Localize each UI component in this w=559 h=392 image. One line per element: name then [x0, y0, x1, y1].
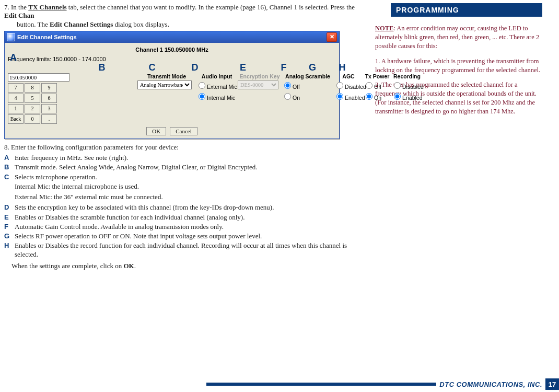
section-header: PROGRAMMING	[391, 3, 542, 17]
item-letter: F	[4, 223, 15, 231]
item-G: Selects RF power operation to OFF or ON.…	[15, 232, 365, 240]
audio-external-radio[interactable]: External Mic	[196, 84, 237, 90]
keypad-9[interactable]: 9	[41, 83, 57, 93]
item-E: Enables or Disables the scramble functio…	[15, 213, 365, 222]
overlay-letter-E: E	[217, 62, 269, 73]
item-C-sub2: External Mic: the 36" external mic must …	[15, 193, 365, 201]
col-tx-power: Tx Power	[363, 73, 391, 80]
keypad-2[interactable]: 2	[25, 104, 40, 113]
txpower-off-radio[interactable]: Off	[363, 84, 381, 90]
col-agc: AGC	[334, 73, 363, 80]
agc-enabled-radio[interactable]: Enabled	[334, 95, 365, 101]
item-letter: H	[4, 241, 15, 259]
keypad-4[interactable]: 4	[8, 94, 24, 103]
ok-button[interactable]: OK	[146, 127, 166, 135]
frequency-keypad: 789456123Back0.	[8, 83, 69, 124]
overlay-letter-H: H	[327, 62, 358, 73]
transmit-mode-select[interactable]: Analog Narrowband	[137, 80, 192, 89]
tx-channels-tab-label: TX Channels	[28, 3, 66, 11]
channel-header-line: Channel 1 150.050000 MHz	[8, 47, 336, 53]
item-letter: E	[4, 213, 15, 222]
overlay-letter-B: B	[73, 62, 131, 73]
overlay-letter-G: G	[298, 62, 327, 73]
page-number: 17	[545, 378, 559, 390]
cancel-button[interactable]: Cancel	[170, 127, 197, 135]
page-footer: DTC COMMUNICATIONS, INC. 17	[0, 378, 559, 390]
note-block: NOTE: An error condition may occur, caus…	[375, 24, 542, 116]
item-D: Sets the encryption key to be associated…	[15, 203, 365, 212]
scramble-on-radio[interactable]: On	[282, 95, 300, 101]
note-cause-1: 1. A hardware failure, which is preventi…	[375, 57, 542, 75]
dialog-title: Edit Channel Settings	[17, 34, 77, 40]
item-B: Transmit mode. Select Analog Wide, Analo…	[15, 163, 365, 171]
keypad-7[interactable]: 7	[8, 83, 24, 93]
item-letter: C	[4, 173, 15, 181]
close-icon[interactable]: ✕	[327, 32, 337, 42]
item-letter: A	[4, 154, 15, 162]
step-7: 7. In the TX Channels tab, select the ch…	[4, 3, 365, 29]
overlay-letter-F: F	[269, 62, 298, 73]
item-H: Enables or Disables the record function …	[15, 241, 365, 259]
frequency-input[interactable]	[8, 73, 69, 82]
edit-chan-button-label: Edit Chan	[4, 11, 34, 19]
keypad-3[interactable]: 3	[41, 104, 57, 113]
recording-enabled-radio[interactable]: Enabled	[391, 95, 423, 101]
col-transmit-mode: Transmit Mode	[137, 73, 196, 80]
item-F: Automatic Gain Control mode. Available i…	[15, 223, 365, 231]
keypad-6[interactable]: 6	[41, 94, 57, 103]
item-letter: B	[4, 163, 15, 171]
item-letter: D	[4, 203, 15, 212]
app-icon	[7, 33, 15, 41]
edit-channel-settings-label: Edit Channel Settings	[50, 20, 113, 28]
agc-disabled-radio[interactable]: Disabled	[334, 84, 366, 90]
recording-disabled-radio[interactable]: Disabled	[391, 84, 424, 90]
company-name: DTC COMMUNICATIONS, INC.	[439, 381, 542, 388]
keypad-5[interactable]: 5	[25, 94, 40, 103]
overlay-letter-A: A	[10, 52, 17, 63]
item-letter: G	[4, 232, 15, 240]
keypad-1[interactable]: 1	[8, 104, 24, 113]
keypad-back[interactable]: Back	[8, 114, 24, 124]
col-encryption-key: Encryption Key	[238, 73, 282, 80]
item-C-sub1: Internal Mic: the internal microphone is…	[15, 182, 365, 191]
frequency-limits: Frequency limits: 150.0000 - 174.0000	[8, 56, 336, 62]
encryption-key-select: DES-0000	[238, 80, 278, 89]
col-recording: Recording	[391, 73, 423, 80]
keypad-8[interactable]: 8	[25, 83, 40, 93]
col-analog-scramble: Analog Scramble	[282, 73, 334, 80]
overlay-letter-C: C	[131, 62, 173, 73]
item-A: Enter frequency in MHz. See note (right)…	[15, 154, 365, 162]
txpower-on-radio[interactable]: On	[363, 95, 381, 101]
final-instruction: When the settings are complete, click on…	[11, 262, 365, 271]
step-8: 8. Enter the following configuration par…	[4, 143, 365, 152]
audio-internal-radio[interactable]: Internal Mic	[196, 95, 235, 101]
scramble-off-radio[interactable]: Off	[282, 84, 300, 90]
col-audio-input: Audio Input	[196, 73, 238, 80]
note-heading: NOTE	[375, 25, 393, 32]
keypad-0[interactable]: 0	[25, 114, 40, 124]
dialog-titlebar: Edit Channel Settings ✕	[5, 31, 339, 43]
keypad-.[interactable]: .	[41, 114, 57, 124]
item-C: Selects microphone operation.	[15, 173, 365, 181]
edit-channel-settings-dialog: Edit Channel Settings ✕ Channel 1 150.05…	[4, 31, 340, 139]
overlay-letter-D: D	[173, 62, 217, 73]
